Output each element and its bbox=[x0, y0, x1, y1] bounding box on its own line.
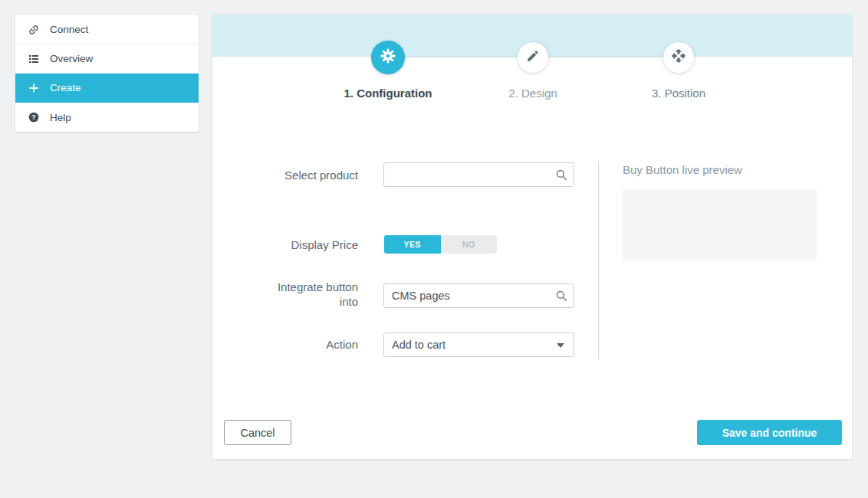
sidebar-item-create[interactable]: Create bbox=[15, 74, 199, 103]
integrate-button-into-label: Integrate button into bbox=[266, 280, 358, 309]
list-icon bbox=[28, 53, 40, 65]
gear-icon bbox=[380, 48, 396, 67]
sidebar-item-label: Create bbox=[50, 82, 81, 93]
sidebar-item-overview[interactable]: Overview bbox=[15, 44, 199, 74]
select-product-label: Select product bbox=[243, 168, 358, 182]
create-buy-button-panel: 1. Configuration 2. Design 3. Position S… bbox=[212, 14, 853, 460]
display-price-label: Display Price bbox=[243, 238, 358, 252]
search-icon bbox=[554, 168, 568, 182]
chevron-down-icon bbox=[557, 343, 564, 348]
select-product-input[interactable] bbox=[383, 162, 574, 187]
action-select[interactable]: Add to cart bbox=[383, 333, 574, 357]
form-preview-divider bbox=[598, 162, 599, 359]
pencil-icon bbox=[526, 49, 540, 66]
cancel-button[interactable]: Cancel bbox=[224, 420, 291, 445]
step-position-circle[interactable] bbox=[663, 42, 694, 73]
step-configuration-circle[interactable] bbox=[371, 41, 405, 74]
svg-text:?: ? bbox=[31, 113, 35, 121]
live-preview-title: Buy Button live preview bbox=[623, 163, 742, 176]
save-and-continue-button[interactable]: Save and continue bbox=[697, 420, 842, 445]
sidebar-item-label: Help bbox=[50, 112, 71, 123]
sidebar: Connect Overview Create ? Help bbox=[15, 15, 199, 132]
action-selected-value: Add to cart bbox=[392, 339, 446, 351]
display-price-toggle[interactable]: YES NO bbox=[384, 235, 497, 254]
sidebar-item-help[interactable]: ? Help bbox=[15, 103, 199, 132]
move-icon bbox=[671, 48, 686, 67]
link-icon bbox=[28, 24, 40, 36]
sidebar-item-connect[interactable]: Connect bbox=[15, 15, 199, 44]
toggle-yes-option[interactable]: YES bbox=[384, 235, 441, 254]
step-label-design[interactable]: 2. Design bbox=[468, 87, 598, 100]
step-design-circle[interactable] bbox=[518, 42, 548, 73]
step-label-configuration[interactable]: 1. Configuration bbox=[323, 87, 453, 100]
live-preview-box: 799,00€ bbox=[623, 189, 817, 260]
step-label-position[interactable]: 3. Position bbox=[613, 87, 744, 100]
integrate-into-input[interactable] bbox=[383, 283, 574, 308]
plus-icon bbox=[28, 82, 40, 94]
sidebar-item-label: Connect bbox=[50, 24, 88, 35]
action-label: Action bbox=[243, 337, 358, 352]
sidebar-item-label: Overview bbox=[50, 53, 93, 64]
toggle-no-option[interactable]: NO bbox=[441, 235, 498, 254]
help-circle-icon: ? bbox=[28, 111, 40, 123]
search-icon bbox=[554, 289, 568, 303]
